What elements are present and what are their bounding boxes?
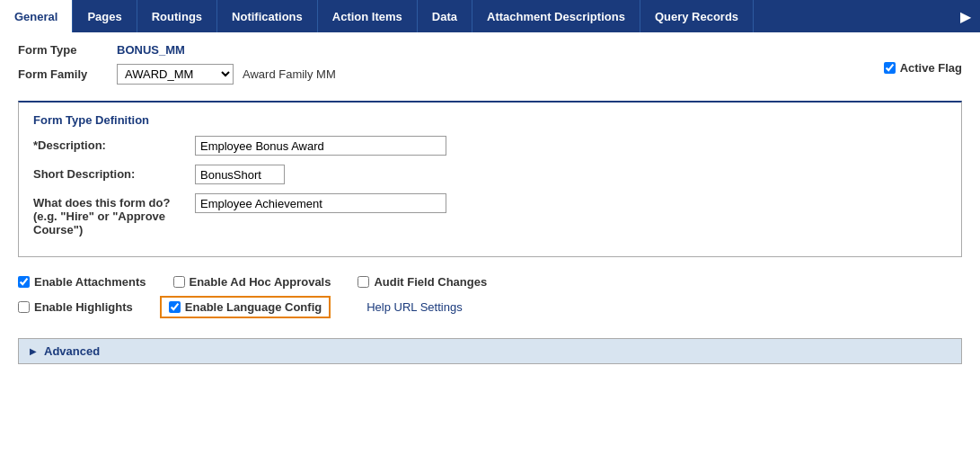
audit-field-item[interactable]: Audit Field Changes [358,275,487,289]
form-family-select-wrapper: AWARD_MM Award Family MM [117,64,336,85]
checkbox-row-1: Enable Attachments Enable Ad Hoc Approva… [18,275,962,289]
help-url-settings-link[interactable]: Help URL Settings [366,300,462,314]
audit-field-checkbox[interactable] [358,276,369,288]
tab-scroll-arrow[interactable]: ▶ [951,0,980,32]
what-does-label: What does this form do? (e.g. "Hire" or … [33,193,195,236]
advanced-label: Advanced [44,344,100,358]
tab-bar: General Pages Routings Notifications Act… [0,0,980,32]
short-description-row: Short Description: [33,165,947,184]
what-does-input[interactable] [195,193,446,213]
form-type-definition-section: Form Type Definition *Description: Short… [18,101,962,257]
description-input[interactable] [195,136,446,156]
form-family-desc: Award Family MM [243,67,336,81]
tab-general[interactable]: General [0,0,73,32]
form-type-label: Form Type [18,43,108,57]
enable-attachments-checkbox[interactable] [18,276,30,288]
enable-highlights-label: Enable Highlights [34,300,133,314]
form-family-label: Form Family [18,67,108,81]
enable-language-checkbox[interactable] [169,301,181,313]
active-flag-area: Active Flag [884,61,962,75]
left-fields: Form Type BONUS_MM Form Family AWARD_MM … [18,43,830,92]
short-description-label: Short Description: [33,165,195,181]
enable-language-config-highlighted: Enable Language Config [160,296,331,318]
section-title: Form Type Definition [33,113,947,127]
enable-language-item[interactable]: Enable Language Config [169,300,322,314]
enable-highlights-item[interactable]: Enable Highlights [18,300,133,314]
tab-query-records[interactable]: Query Records [640,0,754,32]
form-family-select[interactable]: AWARD_MM [117,64,234,85]
advanced-section-bar[interactable]: ▶ Advanced [18,338,962,364]
advanced-expand-icon: ▶ [30,346,37,356]
tab-data[interactable]: Data [418,0,472,32]
enable-ad-hoc-item[interactable]: Enable Ad Hoc Approvals [173,275,331,289]
enable-ad-hoc-checkbox[interactable] [173,276,185,288]
enable-language-label: Enable Language Config [185,300,322,314]
tab-action-items[interactable]: Action Items [318,0,418,32]
tab-notifications[interactable]: Notifications [217,0,318,32]
form-type-row: Form Type BONUS_MM [18,43,830,57]
enable-attachments-item[interactable]: Enable Attachments [18,275,146,289]
main-content: Form Type BONUS_MM Form Family AWARD_MM … [0,32,980,375]
form-family-row: Form Family AWARD_MM Award Family MM [18,64,830,85]
tab-attachment-descriptions[interactable]: Attachment Descriptions [472,0,640,32]
tab-routings[interactable]: Routings [137,0,217,32]
description-label: *Description: [33,136,195,152]
form-type-value: BONUS_MM [117,43,185,57]
checkbox-row-2: Enable Highlights Enable Language Config… [18,296,962,318]
active-flag-label: Active Flag [900,61,962,75]
tab-pages[interactable]: Pages [73,0,137,32]
checkboxes-area: Enable Attachments Enable Ad Hoc Approva… [18,266,962,335]
active-flag-checkbox[interactable] [884,62,896,74]
enable-ad-hoc-label: Enable Ad Hoc Approvals [190,275,331,289]
audit-field-label: Audit Field Changes [374,275,487,289]
what-does-row: What does this form do? (e.g. "Hire" or … [33,193,947,236]
description-row: *Description: [33,136,947,156]
enable-highlights-checkbox[interactable] [18,301,30,313]
enable-attachments-label: Enable Attachments [34,275,146,289]
short-description-input[interactable] [195,165,285,184]
form-header-area: Form Type BONUS_MM Form Family AWARD_MM … [18,43,962,92]
